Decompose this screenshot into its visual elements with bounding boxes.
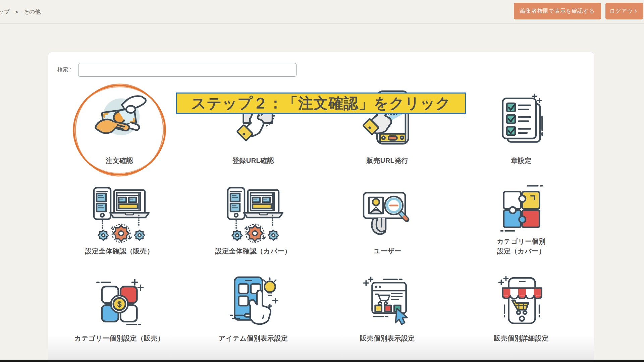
tile-category-settings-cover[interactable]: カテゴリー個別 設定（カバー）: [461, 183, 582, 256]
breadcrumb-current: その他: [23, 8, 41, 16]
tile-label: 章設定: [511, 156, 532, 166]
browser-cart-cursor-icon: [327, 273, 448, 334]
tile-sales-detail-settings[interactable]: 販売個別詳細設定: [461, 273, 582, 343]
breadcrumb: ップ > その他: [0, 0, 41, 23]
breadcrumb-separator: >: [15, 9, 18, 15]
tile-item-display-settings[interactable]: アイテム個別表示設定: [193, 273, 314, 343]
search-label: 検索 :: [57, 66, 71, 73]
puzzle-pieces-icon: [461, 183, 582, 237]
devices-gears-icon: [193, 183, 314, 246]
category-dollar-icon: $: [59, 273, 180, 334]
devices-gears-icon: [59, 183, 180, 246]
tile-label: 販売URL発行: [367, 156, 409, 166]
tile-users[interactable]: ユーザー: [327, 183, 448, 256]
tile-label: 販売個別表示設定: [360, 334, 415, 343]
header-bar: ップ > その他 編集者権限で表示を確認する ログアウト: [0, 0, 644, 24]
tile-overall-settings-sales[interactable]: 設定全体確認（販売）: [59, 183, 180, 256]
editor-permission-view-button[interactable]: 編集者権限で表示を確認する: [514, 3, 601, 19]
checklist-plus-icon: [461, 84, 582, 156]
tile-chapter-settings[interactable]: 章設定: [461, 84, 582, 166]
tile-category-settings-sales[interactable]: $ カテゴリー個別設定（販売）: [59, 273, 180, 343]
svg-text:$: $: [117, 300, 121, 309]
tile-label: 設定全体確認（カバー）: [215, 246, 291, 256]
tile-sales-display-settings[interactable]: 販売個別表示設定: [327, 273, 448, 343]
logout-button[interactable]: ログアウト: [605, 3, 643, 19]
tile-label: 販売個別詳細設定: [494, 334, 549, 343]
phone-tap-bulb-icon: [193, 273, 314, 334]
search-input[interactable]: [78, 63, 297, 77]
tile-overall-settings-cover[interactable]: 設定全体確認（カバー）: [193, 183, 314, 256]
breadcrumb-root-link[interactable]: ップ: [0, 8, 10, 16]
tile-label: カテゴリー個別 設定（カバー）: [497, 237, 545, 256]
id-card-magnifier-icon: [327, 183, 448, 246]
tile-label: カテゴリー個別設定（販売）: [74, 334, 164, 343]
tile-label: ユーザー: [374, 246, 401, 256]
bottom-edge-bar: [0, 360, 644, 362]
tile-label: 設定全体確認（販売）: [85, 246, 154, 256]
tile-label: アイテム個別表示設定: [219, 334, 288, 343]
tile-label: 登録URL確認: [232, 156, 274, 166]
step-annotation: ステップ２：「注文確認」をクリック: [176, 93, 466, 114]
storefront-phone-icon: [461, 273, 582, 334]
tile-order-check[interactable]: 注文確認: [59, 84, 180, 166]
hand-money-icon: [59, 84, 180, 156]
tile-label: 注文確認: [106, 156, 133, 166]
